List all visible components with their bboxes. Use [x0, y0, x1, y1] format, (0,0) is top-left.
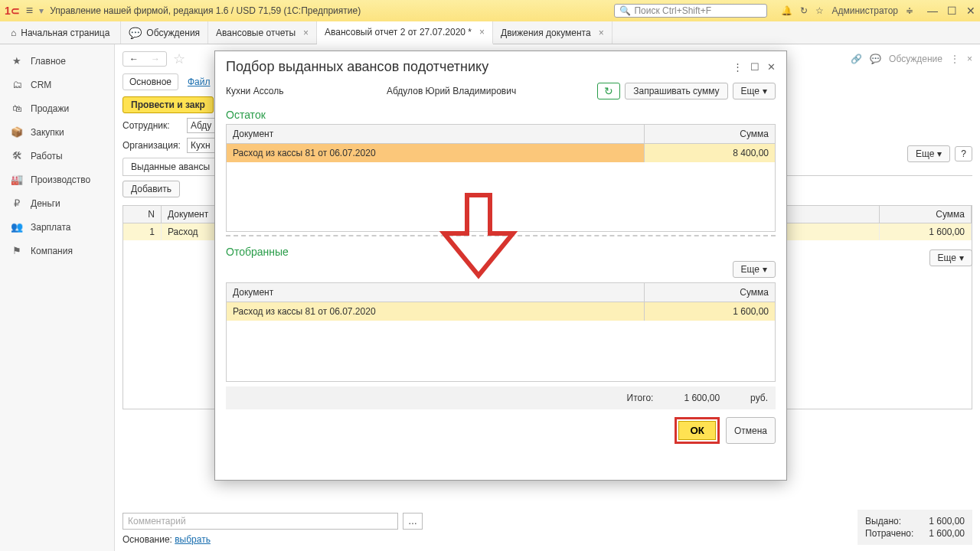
cell-sum: 1 600,00 — [880, 223, 972, 240]
sidebar-label: Главное — [31, 56, 66, 67]
tab-home-label: Начальная страница — [21, 28, 109, 38]
tab-advance-reports[interactable]: Авансовые отчеты × — [208, 21, 317, 44]
filter-icon[interactable]: ≑ — [906, 5, 913, 16]
link-icon[interactable]: 🔗 — [851, 54, 862, 64]
more-button[interactable]: Еще ▾ — [733, 261, 776, 278]
crm-icon: 🗂 — [11, 79, 23, 90]
cell-n: 1 — [123, 223, 162, 240]
nav-arrows: ← → — [122, 51, 167, 67]
more-button[interactable]: Еще ▾ — [907, 145, 950, 162]
tab-label: Авансовые отчеты — [216, 28, 296, 38]
maximize-icon[interactable]: ☐ — [750, 61, 760, 73]
sidebar-label: Продажи — [31, 103, 69, 114]
favorite-icon[interactable]: ☆ — [173, 51, 185, 67]
chat-icon[interactable]: 💬 — [870, 54, 881, 64]
titlebar: 1⊂ ≡ ▾ Управление нашей фирмой, редакция… — [0, 0, 980, 21]
comment-more-button[interactable]: … — [403, 513, 423, 530]
table-row[interactable]: Расход из кассы 81 от 06.07.2020 8 400,0… — [227, 144, 775, 162]
people-icon: 👥 — [11, 221, 23, 233]
ruble-icon: ₽ — [11, 197, 23, 209]
sidebar-item-money[interactable]: ₽Деньги — [0, 191, 114, 215]
table-row[interactable]: Расход из кассы 81 от 06.07.2020 1 600,0… — [227, 302, 775, 321]
tab-close-icon[interactable]: × — [303, 28, 309, 38]
user-label[interactable]: Администратор — [831, 5, 898, 16]
sidebar-item-salary[interactable]: 👥Зарплата — [0, 215, 114, 239]
sidebar-item-crm[interactable]: 🗂CRM — [0, 73, 114, 96]
more-label: Еще — [938, 253, 956, 263]
more-icon[interactable]: ⋮ — [950, 54, 959, 64]
sidebar-label: Производство — [31, 174, 90, 185]
total-label: Итого: — [627, 393, 654, 403]
sidebar-item-works[interactable]: 🛠Работы — [0, 144, 114, 168]
more-button[interactable]: Еще ▾ — [733, 83, 776, 99]
bell-icon[interactable]: 🔔 — [781, 5, 792, 16]
menu-icon[interactable]: ≡ — [26, 4, 33, 18]
dropdown-icon[interactable]: ▾ — [39, 5, 44, 16]
app-logo: 1⊂ — [5, 5, 20, 17]
subtab-advances[interactable]: Выданные авансы — [122, 158, 218, 175]
tab-discussions[interactable]: 💬 Обсуждения — [121, 21, 208, 44]
col-sum: Сумма — [880, 206, 972, 223]
help-button[interactable]: ? — [955, 146, 972, 161]
link-main[interactable]: Основное — [122, 73, 178, 90]
link-files[interactable]: Файл — [188, 77, 211, 87]
global-search[interactable]: 🔍 Поиск Ctrl+Shift+F — [614, 4, 767, 18]
back-icon[interactable]: ← — [123, 52, 145, 66]
employee-label: Сотрудник: — [122, 120, 182, 131]
request-sum-button[interactable]: Запрашивать сумму — [625, 83, 727, 99]
modal-select-advances: Подбор выданных авансов подотчетнику ⋮ ☐… — [214, 51, 787, 481]
ok-button[interactable]: ОК — [678, 421, 716, 440]
close-icon[interactable]: ✕ — [767, 61, 776, 73]
basis-link[interactable]: выбрать — [175, 534, 211, 545]
more-icon[interactable]: ⋮ — [733, 61, 743, 73]
sidebar-item-production[interactable]: 🏭Производство — [0, 168, 114, 191]
sidebar-label: CRM — [31, 80, 51, 90]
search-placeholder: Поиск Ctrl+Shift+F — [634, 5, 711, 16]
cancel-button[interactable]: Отмена — [726, 417, 776, 444]
minimize-icon[interactable]: — — [927, 5, 938, 17]
bag-icon: 🛍 — [11, 103, 23, 114]
tab-close-icon[interactable]: × — [479, 27, 485, 37]
more-label: Еще — [741, 264, 760, 275]
sidebar-item-main[interactable]: ★Главное — [0, 49, 114, 73]
more-button[interactable]: Еще ▾ — [929, 249, 972, 266]
sidebar-label: Компания — [31, 246, 73, 256]
tab-doc-movements[interactable]: Движения документа × — [493, 21, 612, 44]
ok-highlight: ОК — [675, 417, 720, 444]
section-balance-title: Остаток — [215, 103, 786, 124]
tab-label: Движения документа — [501, 28, 591, 38]
section-selected-title: Отобранные — [215, 240, 786, 261]
title-icons: 🔔 ↻ ☆ Администратор ≑ — [781, 5, 913, 16]
home-icon: ⌂ — [11, 28, 16, 38]
maximize-icon[interactable]: ☐ — [947, 5, 957, 17]
tab-advance-report-2[interactable]: Авансовый отчет 2 от 27.07.2020 * × — [317, 21, 493, 44]
factory-icon: 🏭 — [11, 174, 23, 185]
star-icon[interactable]: ☆ — [815, 5, 824, 16]
sidebar-label: Деньги — [31, 198, 60, 209]
basis-label: Основание: — [122, 534, 172, 545]
sidebar-item-purchases[interactable]: 📦Закупки — [0, 120, 114, 144]
tab-home[interactable]: ⌂ Начальная страница — [0, 21, 121, 44]
sidebar-item-company[interactable]: ⚑Компания — [0, 239, 114, 262]
col-sum: Сумма — [645, 283, 775, 302]
modal-title: Подбор выданных авансов подотчетнику — [226, 59, 733, 75]
issued-label: Выдано: — [865, 516, 901, 527]
discuss-label[interactable]: Обсуждение — [889, 54, 942, 64]
comment-input[interactable]: Комментарий — [122, 513, 398, 530]
close-icon[interactable]: × — [967, 54, 972, 64]
cell-doc: Расход из кассы 81 от 06.07.2020 — [227, 144, 645, 162]
spent-value: 1 600,00 — [929, 528, 965, 539]
add-button[interactable]: Добавить — [122, 181, 180, 197]
cell-sum: 1 600,00 — [645, 302, 775, 321]
post-close-button[interactable]: Провести и закр — [122, 96, 214, 113]
org-label: Организация: — [122, 140, 182, 151]
search-icon: 🔍 — [619, 5, 631, 16]
col-doc: Документ — [227, 125, 645, 143]
tab-close-icon[interactable]: × — [599, 28, 604, 38]
box-icon: 📦 — [11, 126, 23, 138]
sidebar-item-sales[interactable]: 🛍Продажи — [0, 96, 114, 120]
refresh-button[interactable]: ↻ — [597, 83, 620, 99]
forward-icon[interactable]: → — [145, 52, 166, 66]
history-icon[interactable]: ↻ — [800, 5, 808, 16]
close-icon[interactable]: ✕ — [966, 5, 975, 17]
